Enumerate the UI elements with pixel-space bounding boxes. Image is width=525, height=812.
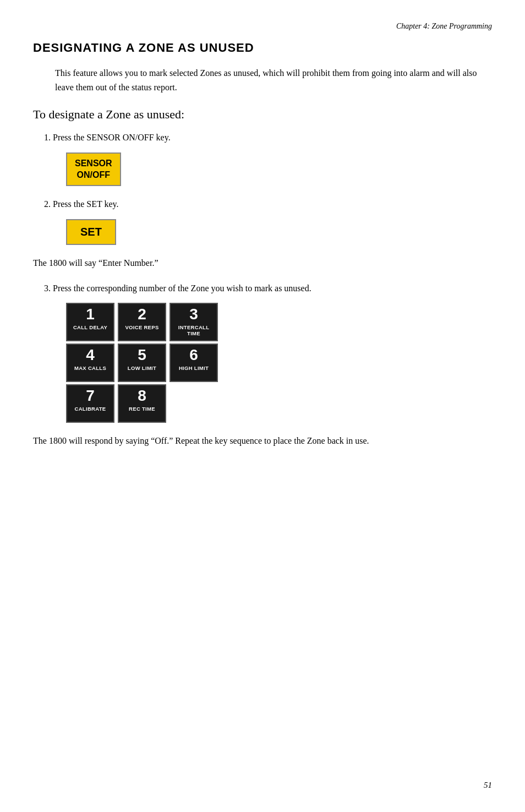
keypad-key-1: 1CALL DELAY <box>66 303 114 341</box>
page-container: Chapter 4: Zone Programming DESIGNATING … <box>0 0 525 812</box>
section-title: DESIGNATING A ZONE AS UNUSED <box>33 41 492 55</box>
key-number-4: 4 <box>86 347 95 364</box>
step-2-label: 2. Press the SET key. <box>44 199 119 209</box>
set-key: SET <box>66 219 116 245</box>
sensor-key-container: SENSOR ON/OFF <box>66 152 492 187</box>
key-number-6: 6 <box>189 347 198 364</box>
keypad-key-5: 5LOW LIMIT <box>118 344 166 382</box>
keypad-key-6: 6HIGH LIMIT <box>169 344 218 382</box>
keypad-key-4: 4MAX CALLS <box>66 344 114 382</box>
sensor-key: SENSOR ON/OFF <box>66 152 121 187</box>
key-number-3: 3 <box>189 306 198 323</box>
sub-heading: To designate a Zone as unused: <box>33 107 492 122</box>
step-3-label: 3. Press the corresponding number of the… <box>44 284 311 293</box>
key-number-2: 2 <box>138 306 146 323</box>
key-label-4: MAX CALLS <box>74 365 106 371</box>
info-text: The 1800 will say “Enter Number.” <box>33 256 492 270</box>
keypad-key-2: 2VOICE REPS <box>118 303 166 341</box>
set-key-container: SET <box>66 219 492 245</box>
key-label-3: INTERCALL TIME <box>173 324 215 337</box>
keypad-key-3: 3INTERCALL TIME <box>169 303 218 341</box>
key-label-6: HIGH LIMIT <box>179 365 209 371</box>
key-number-7: 7 <box>86 388 95 405</box>
sensor-key-line2: ON/OFF <box>77 170 110 179</box>
step-2-text: 2. Press the SET key. <box>44 197 492 211</box>
key-label-5: LOW LIMIT <box>128 365 156 371</box>
key-number-5: 5 <box>138 347 146 364</box>
keypad-key-7: 7CALIBRATE <box>66 384 114 423</box>
step-3-text: 3. Press the corresponding number of the… <box>44 281 492 296</box>
chapter-header: Chapter 4: Zone Programming <box>33 22 492 31</box>
keypad-empty-cell <box>169 384 218 423</box>
key-number-1: 1 <box>86 306 95 323</box>
intro-text: This feature allows you to mark selected… <box>55 66 492 94</box>
chapter-title: Chapter 4: Zone Programming <box>396 22 492 30</box>
key-label-1: CALL DELAY <box>73 324 107 330</box>
keypad-grid: 1CALL DELAY2VOICE REPS3INTERCALL TIME4MA… <box>66 303 492 423</box>
key-label-8: REC TIME <box>129 406 155 412</box>
keypad-key-8: 8REC TIME <box>118 384 166 423</box>
step-1-label: 1. Press the SENSOR ON/OFF key. <box>44 133 171 142</box>
key-label-7: CALIBRATE <box>75 406 106 412</box>
closing-text: The 1800 will respond by saying “Off.” R… <box>33 434 492 448</box>
key-number-8: 8 <box>138 388 146 405</box>
step-1-text: 1. Press the SENSOR ON/OFF key. <box>44 130 492 145</box>
key-label-2: VOICE REPS <box>125 324 158 330</box>
sensor-key-line1: SENSOR <box>75 159 112 168</box>
page-number: 51 <box>484 781 492 790</box>
